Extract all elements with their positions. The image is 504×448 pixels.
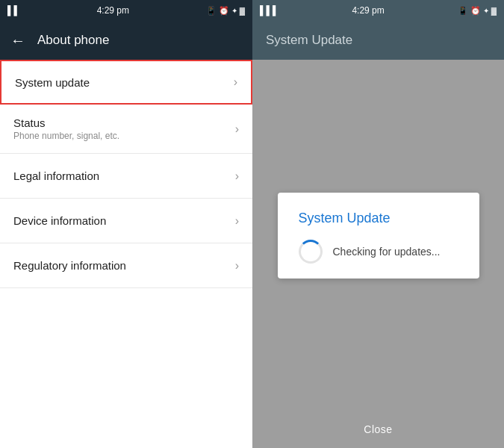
close-button[interactable]: Close (364, 423, 392, 435)
menu-item-legal-title: Legal information (13, 169, 99, 182)
chevron-icon-device: › (235, 214, 239, 228)
system-update-card: System Update Checking for updates... (278, 193, 479, 279)
menu-item-device-content: Device information (13, 214, 106, 227)
menu-item-system-update-content: System update (15, 76, 90, 89)
menu-item-regulatory-title: Regulatory information (13, 259, 126, 272)
battery-icon-left: ▓ (240, 7, 245, 15)
menu-item-status-subtitle: Phone number, signal, etc. (13, 131, 119, 141)
chevron-icon-system-update: › (234, 75, 237, 89)
status-bar-left: ▌▌ 4:29 pm 📱 ⏰ ✦ ▓ (0, 0, 252, 21)
right-bottom-bar: Close (252, 411, 504, 448)
menu-item-device-title: Device information (13, 214, 106, 227)
menu-list: System update › Status Phone number, sig… (0, 60, 252, 448)
signal-bar-icon-right: ▌▌▌ (260, 5, 279, 16)
chevron-icon-regulatory: › (235, 259, 239, 273)
phone-icon-left: 📱 (206, 6, 217, 16)
right-panel-title: System Update (266, 33, 352, 48)
top-bar-right: System Update (252, 21, 504, 60)
wifi-icon-left: ✦ (231, 7, 237, 15)
menu-item-legal-content: Legal information (13, 169, 99, 182)
wifi-icon-right: ✦ (483, 7, 489, 15)
update-card-body: Checking for updates... (299, 240, 458, 264)
menu-item-system-update[interactable]: System update › (0, 60, 252, 105)
loading-spinner (299, 240, 323, 264)
right-content: System Update Checking for updates... (252, 60, 504, 411)
signal-icons-right: ▌▌▌ (260, 5, 279, 16)
checking-text: Checking for updates... (333, 246, 441, 258)
menu-item-legal[interactable]: Legal information › (0, 154, 252, 199)
alarm-icon-left: ⏰ (219, 6, 229, 16)
phone-icon-right: 📱 (458, 6, 468, 16)
menu-item-status[interactable]: Status Phone number, signal, etc. › (0, 105, 252, 154)
time-left: 4:29 pm (97, 5, 129, 16)
menu-item-regulatory-content: Regulatory information (13, 259, 126, 272)
status-bar-right: ▌▌▌ 4:29 pm 📱 ⏰ ✦ ▓ (252, 0, 504, 21)
right-icons-left: 📱 ⏰ ✦ ▓ (206, 6, 245, 16)
menu-item-status-content: Status Phone number, signal, etc. (13, 116, 119, 141)
chevron-icon-status: › (235, 122, 239, 136)
time-right: 4:29 pm (352, 5, 384, 16)
signal-icons-left: ▌▌ (7, 5, 20, 16)
right-icons-right: 📱 ⏰ ✦ ▓ (458, 6, 497, 16)
menu-item-system-update-title: System update (15, 76, 90, 89)
right-panel: ▌▌▌ 4:29 pm 📱 ⏰ ✦ ▓ System Update System… (252, 0, 504, 448)
left-panel: ▌▌ 4:29 pm 📱 ⏰ ✦ ▓ ← About phone System … (0, 0, 252, 448)
update-card-title: System Update (299, 211, 458, 226)
page-title: About phone (37, 33, 109, 48)
alarm-icon-right: ⏰ (470, 6, 481, 16)
menu-item-device[interactable]: Device information › (0, 199, 252, 243)
menu-item-regulatory[interactable]: Regulatory information › (0, 243, 252, 288)
chevron-icon-legal: › (235, 169, 239, 183)
back-arrow-button[interactable]: ← (10, 32, 25, 49)
top-bar-left: ← About phone (0, 21, 252, 60)
menu-item-status-title: Status (13, 116, 119, 129)
battery-icon-right: ▓ (491, 7, 497, 15)
signal-bar-icon-left: ▌▌ (7, 5, 20, 16)
